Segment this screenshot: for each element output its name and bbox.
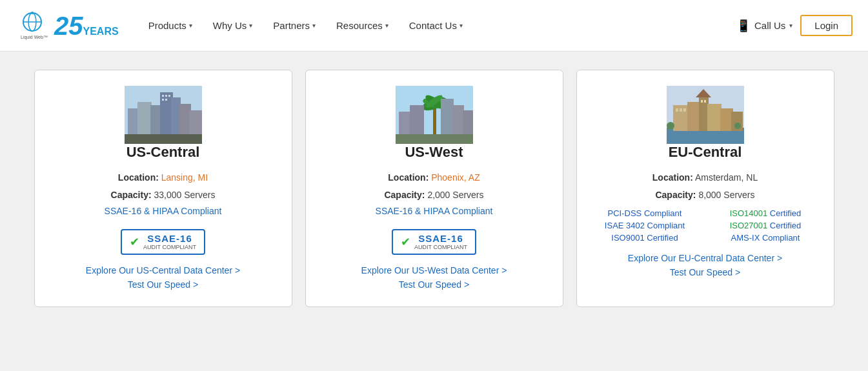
speed-link-eu-central[interactable]: Test Our Speed > [670,267,740,277]
card-compliant-us-central: SSAE-16 & HIPAA Compliant [105,206,222,216]
card-location-us-west: Location: Phoenix, AZ [388,171,479,185]
ssae-badge-us-west: ✔ SSAE-16 AUDIT COMPLIANT [392,229,476,255]
card-title-eu-central: EU-Central [669,144,742,161]
svg-rect-35 [699,95,709,131]
chevron-down-icon: ▾ [385,22,389,29]
svg-rect-18 [125,134,202,144]
compliance-amsix: AMS-IX Compliant [711,233,821,243]
svg-rect-30 [396,134,473,144]
eu-central-image [667,86,744,144]
chevron-down-icon: ▾ [249,22,252,29]
svg-rect-17 [165,99,167,101]
nav-item-contact-us[interactable]: Contact Us ▾ [400,15,472,36]
ssae-badge-us-central: ✔ SSAE-16 AUDIT COMPLIANT [121,229,205,255]
svg-rect-40 [676,108,678,112]
card-eu-central: EU-Central Location: Amsterdam, NL Capac… [576,70,834,307]
svg-rect-13 [162,95,164,97]
card-title-us-central: US-Central [126,144,200,161]
explore-link-eu-central[interactable]: Explore Our EU-Central Data Center > [628,253,782,263]
explore-link-us-central[interactable]: Explore Our US-Central Data Center > [86,265,240,276]
svg-rect-44 [704,100,706,103]
card-location-eu-central: Location: Amsterdam, NL [652,171,758,185]
compliance-isae: ISAE 3402 Compliant [590,221,700,230]
compliance-iso27001: ISO27001 Certified [711,221,821,230]
svg-rect-34 [687,102,700,131]
svg-rect-41 [680,108,682,112]
card-capacity-us-west: Capacity: 2,000 Servers [384,188,483,202]
svg-point-3 [31,12,34,14]
svg-rect-16 [162,99,164,101]
card-location-us-central: Location: Lansing, MI [118,171,208,185]
svg-rect-42 [683,108,686,112]
card-capacity-us-central: Capacity: 33,000 Servers [111,188,216,202]
svg-rect-43 [701,100,703,103]
logo[interactable]: Liquid Web™ 25 YEARS [15,9,119,43]
svg-text:Liquid Web™: Liquid Web™ [21,35,48,40]
card-us-west: US-West Location: Phoenix, AZ Capacity: … [305,70,563,307]
svg-point-45 [667,122,674,130]
nav-links: Products ▾ Why Us ▾ Partners ▾ Resources… [139,15,736,36]
phone-icon: 📱 [736,19,751,33]
card-us-central: US-Central Location: Lansing, MI Capacit… [34,70,292,307]
navbar: Liquid Web™ 25 YEARS Products ▾ Why Us ▾… [0,0,868,52]
ssae-label-west: SSAE-16 [414,233,467,244]
nav-right: 📱 Call Us ▾ Login [736,15,853,36]
ssae-sub: AUDIT COMPLIANT [143,244,196,251]
svg-rect-37 [707,104,722,131]
compliance-iso9001: ISO9001 Certified [590,233,700,243]
ssae-label: SSAE-16 [143,233,196,244]
compliance-grid-eu: PCI-DSS Compliant ISO14001 Certified ISA… [590,208,821,243]
checkmark-icon: ✔ [130,235,139,249]
compliance-pci: PCI-DSS Compliant [590,208,700,218]
us-central-image [125,86,202,144]
chevron-down-icon: ▾ [459,22,463,29]
nav-item-products[interactable]: Products ▾ [139,15,201,36]
chevron-down-icon: ▾ [789,22,792,29]
chevron-down-icon: ▾ [189,22,192,29]
card-title-us-west: US-West [405,144,463,161]
card-capacity-eu-central: Capacity: 8,000 Servers [655,188,754,202]
logo-years-suffix: YEARS [83,26,119,37]
login-button[interactable]: Login [800,15,853,36]
speed-link-us-central[interactable]: Test Our Speed > [128,279,198,290]
svg-rect-15 [168,95,170,97]
compliance-iso14001: ISO14001 Certified [711,208,821,218]
chevron-down-icon: ▾ [312,22,316,29]
checkmark-icon: ✔ [401,235,410,249]
svg-point-46 [734,123,741,129]
ssae-sub-west: AUDIT COMPLIANT [414,244,467,251]
nav-item-why-us[interactable]: Why Us ▾ [204,15,262,36]
us-west-image [396,86,473,144]
nav-item-resources[interactable]: Resources ▾ [327,15,398,36]
logo-icon: Liquid Web™ [15,9,49,43]
nav-item-partners[interactable]: Partners ▾ [264,15,325,36]
speed-link-us-west[interactable]: Test Our Speed > [399,279,469,290]
svg-rect-14 [165,95,167,97]
logo-years: 25 [54,13,83,39]
call-us-button[interactable]: 📱 Call Us ▾ [736,19,792,33]
card-compliant-us-west: SSAE-16 & HIPAA Compliant [376,206,493,216]
main-content: US-Central Location: Lansing, MI Capacit… [0,52,868,325]
explore-link-us-west[interactable]: Explore Our US-West Data Center > [361,265,507,276]
